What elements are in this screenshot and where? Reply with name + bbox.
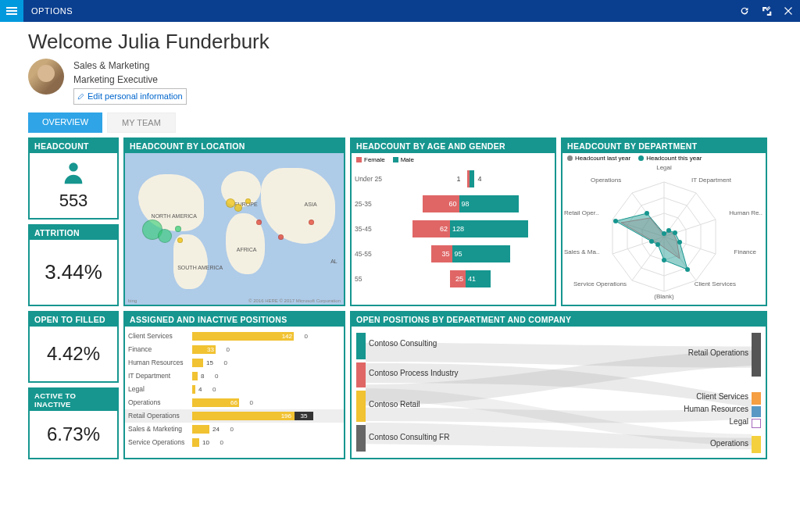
map-label: SOUTH AMERICA	[177, 265, 223, 270]
card-title: OPEN POSITIONS BY DEPARTMENT AND COMPANY	[352, 312, 766, 327]
svg-point-19	[677, 240, 682, 245]
map-bubble[interactable]	[245, 198, 251, 204]
card-active-to-inactive[interactable]: ACTIVE TO INACTIVE 6.73%	[28, 387, 119, 459]
card-headcount-by-department[interactable]: HEADCOUNT BY DEPARTMENT Headcount last y…	[561, 137, 767, 306]
svg-point-24	[613, 219, 618, 223]
card-attrition[interactable]: ATTRITION 3.44%	[28, 224, 119, 306]
card-title: HEADCOUNT BY LOCATION	[125, 139, 344, 153]
svg-point-0	[69, 162, 77, 171]
map-copyright: © 2016 HERE © 2017 Microsoft Corporation	[248, 298, 341, 303]
avatar[interactable]	[28, 59, 64, 95]
active-to-inactive-value: 6.73%	[47, 423, 100, 445]
edit-personal-info-link[interactable]: Edit personal information	[73, 88, 187, 105]
legend-female: Female	[364, 156, 385, 163]
card-open-to-filled[interactable]: OPEN TO FILLED 4.42%	[28, 311, 119, 383]
expand-icon[interactable]	[761, 5, 772, 16]
refresh-icon[interactable]	[739, 5, 750, 16]
sankey-source[interactable]	[356, 333, 366, 359]
svg-point-20	[685, 267, 690, 272]
sankey-chart: Contoso Consulting Contoso Process Indus…	[356, 331, 761, 453]
open-to-filled-value: 4.42%	[47, 343, 100, 365]
pencil-icon	[77, 93, 84, 100]
card-headcount-by-location[interactable]: HEADCOUNT BY LOCATION NORTH AMERICA SOUT…	[123, 137, 345, 306]
map-bubble[interactable]	[256, 220, 262, 225]
close-icon[interactable]	[783, 5, 794, 16]
sankey-source[interactable]	[356, 425, 366, 452]
svg-point-23	[649, 239, 654, 244]
person-icon	[60, 159, 87, 186]
world-map[interactable]: NORTH AMERICA SOUTH AMERICA EUROPE AFRIC…	[125, 153, 344, 305]
map-label: AL	[330, 259, 338, 264]
sankey-target[interactable]	[752, 436, 761, 453]
card-title: HEADCOUNT	[30, 139, 117, 153]
card-title: ATTRITION	[30, 226, 117, 240]
svg-point-17	[666, 228, 671, 233]
card-headcount-by-age-gender[interactable]: HEADCOUNT BY AGE AND GENDER Female Male …	[350, 137, 556, 306]
radar-chart: Legal IT Department Human Re.. Finance C…	[562, 153, 766, 305]
sankey-target[interactable]	[752, 419, 761, 428]
sankey-target[interactable]	[752, 392, 761, 405]
profile-dept: Sales & Marketing	[73, 59, 187, 73]
map-bubble[interactable]	[278, 234, 284, 240]
card-title: OPEN TO FILLED	[30, 312, 117, 327]
map-label: AFRICA	[237, 247, 257, 252]
card-title: HEADCOUNT BY DEPARTMENT	[562, 139, 766, 153]
card-open-positions-by-dept-company[interactable]: OPEN POSITIONS BY DEPARTMENT AND COMPANY…	[350, 311, 767, 459]
map-bubble[interactable]	[158, 229, 172, 243]
map-bubble[interactable]	[226, 198, 235, 208]
map-bubble[interactable]	[175, 226, 181, 232]
hamburger-menu[interactable]	[0, 0, 23, 22]
tab-overview[interactable]: OVERVIEW	[28, 112, 102, 133]
map-provider: bing	[128, 298, 137, 303]
card-title: HEADCOUNT BY AGE AND GENDER	[352, 139, 555, 153]
attrition-value: 3.44%	[45, 260, 102, 284]
profile-role: Marketing Executive	[73, 73, 187, 87]
svg-point-21	[662, 258, 666, 262]
headcount-value: 553	[59, 191, 88, 211]
age-gender-chart: Under 2514 25-356098 35-4562128 45-55359…	[352, 166, 555, 291]
sankey-source[interactable]	[356, 362, 366, 387]
sankey-target[interactable]	[752, 406, 761, 417]
options-label: OPTIONS	[31, 6, 73, 16]
map-bubble[interactable]	[234, 204, 242, 212]
sankey-source[interactable]	[356, 391, 366, 422]
card-title: ACTIVE TO INACTIVE	[30, 389, 117, 411]
welcome-heading: Welcome Julia Funderburk	[28, 30, 784, 54]
map-label: ASIA	[305, 202, 317, 207]
card-headcount[interactable]: HEADCOUNT 553	[28, 137, 119, 220]
tab-my-team[interactable]: MY TEAM	[107, 112, 176, 133]
svg-point-25	[645, 211, 649, 216]
legend-male: Male	[401, 156, 414, 163]
sankey-target[interactable]	[752, 333, 761, 377]
title-bar: OPTIONS	[0, 0, 800, 22]
card-assigned-inactive-positions[interactable]: ASSIGNED AND INACTIVE POSITIONS Client S…	[123, 311, 345, 459]
svg-point-18	[673, 230, 677, 235]
card-title: ASSIGNED AND INACTIVE POSITIONS	[125, 312, 344, 327]
map-label: NORTH AMERICA	[152, 213, 197, 219]
svg-point-22	[655, 242, 660, 247]
map-bubble[interactable]	[309, 220, 314, 225]
assigned-positions-chart: Client Services1420 Finance330 Human Res…	[125, 327, 344, 458]
svg-point-16	[662, 231, 666, 236]
